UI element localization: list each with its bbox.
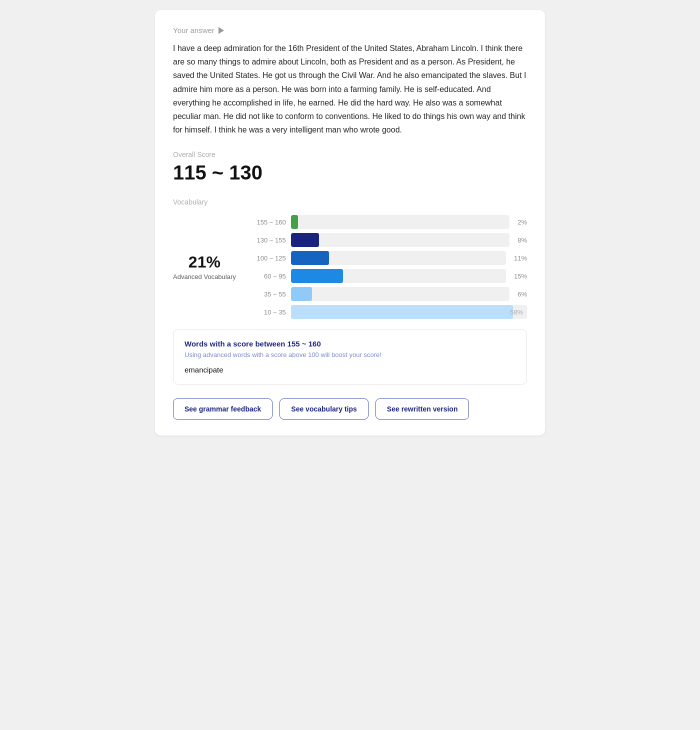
vocab-chart: 21% Advanced Vocabulary 155 ~ 1602%130 ~… [173, 215, 527, 319]
bar-fill [291, 287, 312, 301]
answer-text: I have a deep admiration for the 16th Pr… [173, 42, 527, 136]
bar-range-label: 10 ~ 35 [246, 308, 286, 316]
your-answer-label: Your answer [173, 26, 214, 34]
bar-percent-outside: 15% [514, 272, 527, 280]
words-box-title: Words with a score between 155 ~ 160 [184, 340, 516, 348]
action-buttons-row: See grammar feedbackSee vocabulary tipsS… [173, 398, 527, 420]
bar-range-label: 155 ~ 160 [246, 218, 286, 226]
overall-score-label: Overall Score [173, 150, 527, 158]
advanced-vocab-label: Advanced Vocabulary [173, 273, 236, 280]
bar-fill [291, 215, 298, 229]
bar-row: 60 ~ 9515% [246, 269, 527, 283]
words-box: Words with a score between 155 ~ 160 Usi… [173, 329, 527, 384]
play-icon[interactable] [218, 27, 224, 34]
vocab-bars-container: 155 ~ 1602%130 ~ 1558%100 ~ 12511%60 ~ 9… [246, 215, 527, 319]
grammar-feedback-button[interactable]: See grammar feedback [173, 398, 272, 420]
advanced-percent: 21% [173, 254, 236, 271]
vocabulary-label: Vocabulary [173, 198, 527, 206]
bar-percent-outside: 2% [518, 218, 527, 226]
your-answer-header: Your answer [173, 26, 527, 34]
main-card: Your answer I have a deep admiration for… [155, 10, 545, 436]
bar-fill [291, 233, 320, 247]
bar-row: 100 ~ 12511% [246, 251, 527, 265]
bar-row: 155 ~ 1602% [246, 215, 527, 229]
bar-track: 58% [291, 305, 527, 319]
words-box-word: emancipate [184, 366, 516, 374]
bar-percent-outside: 8% [518, 236, 527, 244]
bar-row: 35 ~ 556% [246, 287, 527, 301]
vocabulary-tips-button[interactable]: See vocabulary tips [280, 398, 368, 420]
bar-track [291, 233, 510, 247]
bar-track [291, 215, 510, 229]
bar-track [291, 251, 506, 265]
bar-percent-inside: 58% [510, 308, 523, 316]
advanced-vocab-summary: 21% Advanced Vocabulary [173, 254, 236, 280]
bar-percent-outside: 11% [514, 254, 527, 262]
bar-fill [291, 269, 344, 283]
bar-percent-outside: 6% [518, 290, 527, 298]
bar-track [291, 287, 510, 301]
words-box-subtitle: Using advanced words with a score above … [184, 351, 516, 358]
overall-score-value: 115 ~ 130 [173, 162, 527, 184]
bar-track [291, 269, 506, 283]
bar-fill [291, 305, 513, 319]
bar-range-label: 35 ~ 55 [246, 290, 286, 298]
bar-fill [291, 251, 330, 265]
bar-range-label: 60 ~ 95 [246, 272, 286, 280]
rewritten-version-button[interactable]: See rewritten version [376, 398, 470, 420]
vocabulary-section: Vocabulary 21% Advanced Vocabulary 155 ~… [173, 198, 527, 319]
bar-row: 130 ~ 1558% [246, 233, 527, 247]
bar-range-label: 100 ~ 125 [246, 254, 286, 262]
bar-range-label: 130 ~ 155 [246, 236, 286, 244]
bar-row: 10 ~ 3558% [246, 305, 527, 319]
